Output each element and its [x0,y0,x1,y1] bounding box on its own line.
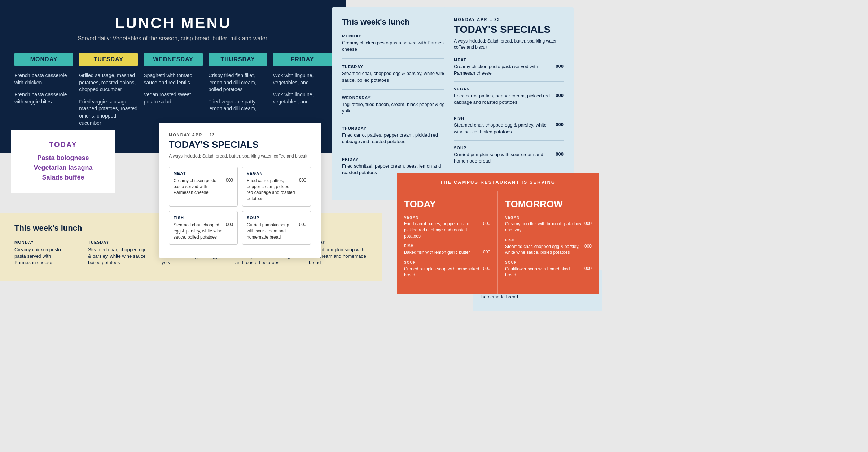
beige-day: TUESDAY Steamed char, chopped egg & pars… [88,240,147,266]
specials-text: Steamed char, chopped egg & parsley, whi… [454,122,552,135]
specials-text: Fried carrot patties, pepper cream, pick… [454,93,552,106]
mid-grid-text: Creamy chicken pesto pasta served with P… [174,178,223,196]
specials-cat: FISH [454,116,564,120]
specials-cat: SOUP [454,146,564,150]
specials-item: MEAT Creamy chicken pesto pasta served w… [454,58,564,82]
campus-content: Curried pumpkin soup with homebaked brea… [404,266,490,278]
mid-grid-num: 000 [299,222,306,227]
campus-item: SOUP Cauliflower soup with homebaked bre… [505,261,592,278]
mid-grid-num: 000 [299,178,306,183]
mid-grid-cat: FISH [174,216,233,220]
mid-grid-text: Steamed char, chopped egg & parsley, whi… [174,222,223,240]
day-col: WEDNESDAYSpaghetti with tomato sauce and… [144,53,202,132]
beige-day-label: TUESDAY [88,240,147,244]
campus-text: Creamy noodles with broccoli, pak choy a… [505,221,582,233]
mid-grid-cat: MEAT [174,171,233,176]
today-items: Pasta bologneseVegetarian lasagnaSalads … [25,153,101,182]
campus-card: THE CAMPUS RESTAURANT IS SERVING TODAY V… [397,173,599,294]
campus-num: 000 [483,266,490,271]
specials-num: 000 [556,63,564,76]
day-col: MONDAYFrench pasta casserole with chicke… [14,53,73,132]
campus-cat: SOUP [404,261,490,265]
today-box: TODAY Pasta bologneseVegetarian lasagnaS… [11,130,115,193]
mid-grid-num: 000 [226,178,233,183]
campus-text: Cauliflower soup with homebaked bread [505,266,582,278]
mid-grid-content: Steamed char, chopped egg & parsley, whi… [174,222,233,240]
campus-content: Cauliflower soup with homebaked bread 00… [505,266,592,278]
specials-card-mid: MONDAY APRIL 23 TODAY'S SPECIALS Always … [159,123,321,258]
day-item: Fried veggie sausage, mashed potatoes, r… [79,98,138,127]
specials-mid-always: Always included: Salad, bread, butter, s… [169,153,311,159]
campus-today-title: TODAY [404,199,490,210]
specials-cat: VEGAN [454,87,564,91]
day-item: Vegan roasted sweet potato salad. [144,91,202,105]
day-col: THURSDAYCrispy fried fish fillet, lemon … [209,53,267,132]
campus-cat: SOUP [505,261,592,265]
mid-grid-cat: SOUP [247,216,306,220]
day-item: French pasta casserole with veggie bites [14,91,73,105]
mid-grid-item: FISH Steamed char, chopped egg & parsley… [169,211,238,245]
specials-item: FISH Steamed char, chopped egg & parsley… [454,116,564,140]
days-row: MONDAYFrench pasta casserole with chicke… [14,53,332,132]
day-item: Crispy fried fish fillet, lemon and dill… [209,72,267,93]
campus-cat: VEGAN [505,216,592,220]
campus-tomorrow-items: VEGAN Creamy noodles with broccoli, pak … [505,216,592,278]
specials-mid-date: MONDAY APRIL 23 [169,133,311,137]
day-col: TUESDAYGrilled sausage, mashed potatoes,… [79,53,138,132]
campus-body: TODAY VEGAN Fried carrot patties, pepper… [397,191,599,294]
campus-text: Fried carrot patties, pepper cream, pick… [404,221,480,239]
specials-content: Fried carrot patties, pepper cream, pick… [454,93,564,106]
today-label: TODAY [25,141,101,149]
specials-right-items: MEAT Creamy chicken pesto pasta served w… [454,58,564,170]
mid-grid-item: SOUP Curried pumpkin soup with sour crea… [242,211,311,245]
mid-grid-num: 000 [226,222,233,227]
day-item: Wok with linguine, vegetables, and… [273,91,332,105]
campus-cat: FISH [505,238,592,242]
campus-content: Baked fish with lemon garlic butter 000 [404,249,490,256]
today-item: Pasta bolognese [25,153,101,163]
campus-num: 000 [584,244,592,249]
campus-text: Steamed char, chopped egg & parsley, whi… [505,244,582,256]
today-item: Vegetarian lasagna [25,163,101,173]
specials-content: Steamed char, chopped egg & parsley, whi… [454,122,564,135]
week-day-text: Tagliatelle, fried bacon, cream, black p… [342,101,455,114]
day-label: WEDNESDAY [144,53,202,66]
specials-text: Creamy chicken pesto pasta served with P… [454,63,552,76]
campus-header-text: THE CAMPUS RESTAURANT IS SERVING [440,180,556,185]
specials-right-always: Always included: Salad, bread, butter, s… [454,38,564,50]
campus-item: SOUP Curried pumpkin soup with homebaked… [404,261,490,278]
campus-item: VEGAN Fried carrot patties, pepper cream… [404,216,490,239]
main-menu-subtitle: Served daily: Vegetables of the season, … [14,35,332,42]
mid-grid-cat: VEGAN [247,171,306,176]
day-label: MONDAY [14,53,73,66]
day-item: Wok with linguine, vegetables, and… [273,72,332,86]
specials-cat: MEAT [454,58,564,62]
mid-grid-item: VEGAN Fried carrot patties, pepper cream… [242,167,311,207]
campus-tomorrow-title: TOMORROW [505,199,592,210]
beige-day-label: MONDAY [14,240,74,244]
mid-grid-content: Creamy chicken pesto pasta served with P… [174,178,233,196]
specials-content: Creamy chicken pesto pasta served with P… [454,63,564,76]
day-label: THURSDAY [209,53,267,66]
specials-card-right: MONDAY APRIL 23 TODAY'S SPECIALS Always … [444,7,574,187]
campus-cat: FISH [404,244,490,248]
specials-mid-grid: MEAT Creamy chicken pesto pasta served w… [169,167,311,245]
campus-num: 000 [584,221,592,226]
campus-content: Fried carrot patties, pepper cream, pick… [404,221,490,239]
today-item: Salads buffée [25,173,101,182]
campus-cat: VEGAN [404,216,490,220]
day-col: FRIDAYWok with linguine, vegetables, and… [273,53,332,132]
specials-num: 000 [556,93,564,106]
campus-item: FISH Baked fish with lemon garlic butter… [404,244,490,256]
specials-num: 000 [556,151,564,164]
beige-day-text: Steamed char, chopped egg & parsley, whi… [88,247,147,266]
campus-today-items: VEGAN Fried carrot patties, pepper cream… [404,216,490,278]
mid-grid-content: Fried carrot patties, pepper cream, pick… [247,178,306,202]
campus-num: 000 [584,266,592,271]
day-item: Grilled sausage, mashed potatoes, roaste… [79,72,138,93]
campus-num: 000 [483,249,490,254]
specials-item: VEGAN Fried carrot patties, pepper cream… [454,87,564,111]
campus-text: Curried pumpkin soup with homebaked brea… [404,266,480,278]
campus-num: 000 [483,221,490,226]
beige-day: MONDAY Creamy chicken pesto pasta served… [14,240,74,266]
